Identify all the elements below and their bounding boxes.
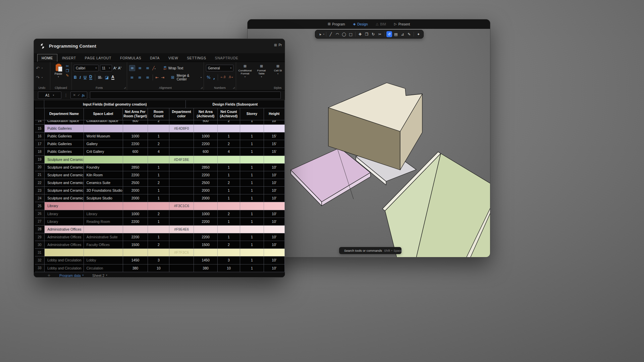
table-cell[interactable] <box>169 148 194 156</box>
table-cell[interactable]: 2000 <box>123 194 148 202</box>
table-cell[interactable]: Kiln Room <box>84 171 123 179</box>
align-center-icon[interactable]: ≡ <box>137 74 142 80</box>
table-cell[interactable]: 2000 <box>194 187 218 194</box>
table-cell[interactable]: 2500 <box>194 179 218 187</box>
table-cell[interactable] <box>123 125 148 132</box>
table-cell[interactable]: Sculpture and Ceramics <box>45 171 84 179</box>
table-cell[interactable]: Collaboration Space <box>84 120 123 125</box>
table-cell[interactable] <box>264 125 285 132</box>
table-cell[interactable]: Library <box>45 202 84 210</box>
table-cell[interactable]: 1 <box>218 187 240 194</box>
table-cell[interactable]: 1 <box>240 148 264 156</box>
table-cell[interactable] <box>169 187 194 194</box>
table-cell[interactable]: Sculpture and Ceramics <box>45 179 84 187</box>
table-cell[interactable]: 1000 <box>194 210 218 218</box>
table-cell[interactable] <box>194 226 218 233</box>
table-cell[interactable]: 1000 <box>123 132 148 140</box>
table-cell[interactable] <box>169 179 194 187</box>
table-cell[interactable]: 1500 <box>194 241 218 249</box>
table-cell[interactable]: 3D Foundations Studio <box>84 187 123 194</box>
table-cell[interactable]: Lobby <box>84 256 123 264</box>
formula-input[interactable] <box>90 92 281 99</box>
wrap-text-button[interactable]: Wrap Text <box>168 66 183 70</box>
table-cell[interactable]: 2 <box>148 179 169 187</box>
table-cell[interactable] <box>169 132 194 140</box>
table-cell[interactable]: 2 <box>148 241 169 249</box>
table-cell[interactable] <box>194 202 218 210</box>
underline-icon[interactable]: U <box>84 75 87 80</box>
table-cell[interactable]: 1 <box>240 164 264 171</box>
table-cell[interactable] <box>218 249 240 256</box>
table-cell[interactable]: 380 <box>123 264 148 272</box>
menu-tab-settings[interactable]: SETTINGS <box>183 54 210 62</box>
table-cell[interactable] <box>148 202 169 210</box>
draw-tool-icon[interactable]: ✎ <box>406 31 412 37</box>
row-number-cell[interactable]: 19 <box>35 156 45 164</box>
row-number-cell[interactable]: 21 <box>35 171 45 179</box>
column-header-cell[interactable]: Net Count (Achieved) <box>218 108 240 120</box>
table-cell[interactable] <box>240 156 264 164</box>
table-cell[interactable] <box>84 226 123 233</box>
table-cell[interactable]: 1450 <box>194 256 218 264</box>
table-cell[interactable]: 4 <box>148 148 169 156</box>
cancel-entry-icon[interactable]: ✕ <box>73 94 75 97</box>
row-number-cell[interactable]: 26 <box>35 210 45 218</box>
column-header-cell[interactable]: Net Area (Achieved) <box>194 108 218 120</box>
table-cell[interactable] <box>169 120 194 125</box>
table-cell[interactable]: 1000 <box>123 210 148 218</box>
circle-tool-icon[interactable]: ◯ <box>341 31 347 37</box>
table-cell[interactable] <box>169 194 194 202</box>
table-cell[interactable]: 2 <box>218 140 240 148</box>
line-tool-icon[interactable]: ╱ <box>328 31 334 37</box>
table-cell[interactable] <box>240 202 264 210</box>
font-color-icon[interactable]: A <box>111 75 114 80</box>
menu-tab-snaptrude[interactable]: SNAPTRUDE <box>211 54 243 62</box>
table-cell[interactable]: 1000 <box>194 132 218 140</box>
table-cell[interactable] <box>169 140 194 148</box>
table-cell[interactable]: 2200 <box>194 171 218 179</box>
row-number-cell[interactable]: 16 <box>35 132 45 140</box>
increase-decimal-icon[interactable]: ←.0 <box>221 76 225 79</box>
confirm-entry-icon[interactable]: ✓ <box>77 94 80 97</box>
select-tool-icon[interactable]: ➤ <box>317 31 323 37</box>
material-tool-icon[interactable]: ▤ <box>393 31 399 37</box>
row-number-cell[interactable]: 33 <box>35 264 45 272</box>
table-cell[interactable]: Library <box>45 210 84 218</box>
table-cell[interactable] <box>148 156 169 164</box>
table-cell[interactable]: 10' <box>264 256 285 264</box>
fill-color-icon[interactable]: ◪ <box>105 75 109 79</box>
table-cell[interactable]: 1 <box>218 171 240 179</box>
table-cell[interactable]: 10' <box>264 218 285 226</box>
table-cell[interactable] <box>240 226 264 233</box>
row-number-cell[interactable]: 25 <box>35 202 45 210</box>
table-cell[interactable]: 1 <box>240 264 264 272</box>
table-cell[interactable]: 1 <box>240 194 264 202</box>
column-header-cell[interactable]: Room Count <box>148 108 169 120</box>
table-cell[interactable]: 10 <box>218 264 240 272</box>
table-cell[interactable]: 10' <box>264 210 285 218</box>
table-cell[interactable] <box>218 156 240 164</box>
align-top-icon[interactable]: ≡ <box>129 65 135 71</box>
row-number-cell[interactable]: 31 <box>35 249 45 256</box>
table-cell[interactable]: 2 <box>148 140 169 148</box>
table-cell[interactable] <box>123 202 148 210</box>
column-header-cell[interactable]: Department color <box>169 108 194 120</box>
font-name-select[interactable]: Calibri ▾ <box>74 65 99 71</box>
table-cell[interactable]: 1 <box>148 194 169 202</box>
fonts-dialog-launcher-icon[interactable]: ◿ <box>124 87 126 89</box>
row-number-cell[interactable]: 29 <box>35 233 45 241</box>
table-cell[interactable]: #F9E4E6 <box>169 226 194 233</box>
table-cell[interactable]: 380 <box>194 264 218 272</box>
add-sheet-button[interactable]: + <box>47 274 51 278</box>
table-cell[interactable] <box>169 256 194 264</box>
table-cell[interactable] <box>148 226 169 233</box>
table-cell[interactable] <box>84 156 123 164</box>
table-cell[interactable]: 1 <box>148 171 169 179</box>
table-cell[interactable] <box>169 164 194 171</box>
table-cell[interactable]: 4 <box>218 148 240 156</box>
table-cell[interactable]: 2 <box>218 210 240 218</box>
table-cell[interactable] <box>218 226 240 233</box>
tab-design[interactable]: ◈Design <box>353 22 368 26</box>
table-cell[interactable]: 10' <box>264 194 285 202</box>
table-cell[interactable]: 1 <box>218 132 240 140</box>
